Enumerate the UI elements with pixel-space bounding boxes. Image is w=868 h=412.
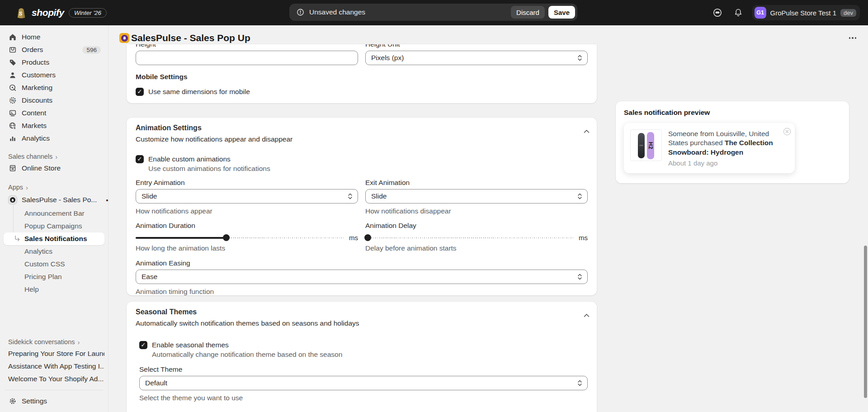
sidebar-item-label: Content [22,109,46,117]
sidebar-item-home[interactable]: Home [4,31,104,43]
products-icon [8,58,17,67]
sidekick-icon [712,8,722,18]
enable-custom-animations-checkbox[interactable] [136,155,144,163]
gear-icon [8,397,17,406]
sidebar-item-label: Customers [22,71,56,79]
sidebar-item-label: SalesPulse - Sales Po... [22,196,97,204]
apps-header[interactable]: Apps› [4,182,104,193]
content-icon [8,109,17,118]
animation-duration-slider[interactable] [136,234,344,242]
seasonal-themes-title: Seasonal Themes [136,308,588,316]
notification-preview: H2 Someone from Louisville, United State… [624,123,795,173]
mobile-settings-label: Mobile Settings [136,73,588,81]
slider-knob[interactable] [364,234,371,241]
sidebar-item-analytics[interactable]: Analytics [4,132,104,145]
discard-button[interactable]: Discard [511,6,545,19]
animation-delay-label: Animation Delay [365,222,588,230]
enable-seasonal-themes-label: Enable seasonal themes [152,341,229,349]
sidebar-item-app-analytics[interactable]: Analytics [4,245,104,258]
marketing-icon [8,83,17,92]
select-theme-select[interactable]: Default [139,376,588,390]
sidebar-item-markets[interactable]: $ Markets [4,119,104,132]
select-chevrons-icon [577,54,582,62]
entry-animation-label: Entry Animation [136,179,358,187]
shopify-logo[interactable]: S shopify Winter '26 [15,6,107,19]
save-button[interactable]: Save [548,6,575,19]
select-chevrons-icon [577,379,582,387]
conversation-item[interactable]: Welcome To Your Shopify Ad... [4,373,104,385]
same-dimensions-checkbox[interactable] [136,88,144,96]
sidebar-item-sales-notifications[interactable]: Sales Notifications [4,232,104,245]
sidebar-item-label: Marketing [22,84,52,92]
nested-arrow-icon [14,235,21,242]
enable-seasonal-themes-checkbox[interactable] [139,341,147,349]
animation-easing-select[interactable]: Ease [136,270,588,284]
sidebar-item-announcement-bar[interactable]: Announcement Bar [4,207,104,220]
contextual-save-bar: Unsaved changes Discard Save [289,4,577,21]
sidebar-item-label: Markets [22,122,47,130]
sidebar-item-help[interactable]: Help [4,283,104,296]
exit-animation-select[interactable]: Slide [365,189,588,204]
enable-custom-animations-label: Enable custom animations [148,155,231,163]
store-menu[interactable]: G1 GroPulse Store Test 1 dev [752,5,860,20]
sidebar-item-discounts[interactable]: % Discounts [4,94,104,107]
animation-delay-slider[interactable] [365,234,574,242]
scrollbar-thumb[interactable] [864,246,867,398]
height-input[interactable] [136,51,358,65]
customers-icon [8,71,17,80]
sidebar-item-marketing[interactable]: Marketing [4,81,104,94]
chevron-right-icon: › [55,153,57,161]
sidebar-item-products[interactable]: Products [4,56,104,69]
sidebar-item-label: Online Store [22,164,61,172]
sidebar-item-salespulse-app[interactable]: SalesPulse - Sales Po... • [4,193,104,207]
store-name: GroPulse Store Test 1 [770,9,836,17]
sidebar-item-custom-css[interactable]: Custom CSS [4,258,104,270]
notifications-button[interactable] [731,6,745,19]
sidebar-item-customers[interactable]: Customers [4,69,104,81]
select-theme-label: Select Theme [139,365,588,374]
exit-animation-label: Exit Animation [365,179,588,187]
sidebar-item-pricing-plan[interactable]: Pricing Plan [4,270,104,283]
preview-title: Sales notification preview [624,109,841,117]
page-header: SalesPulse - Sales Pop Up [119,33,859,43]
slider-knob[interactable] [223,234,230,241]
sidebar-item-popup-campaigns[interactable]: Popup Campaigns [4,220,104,232]
salespulse-app-icon [8,195,17,204]
sales-channels-header[interactable]: Sales channels› [4,151,104,162]
dev-badge: dev [840,9,856,17]
svg-text:S: S [19,10,23,17]
unsaved-changes-status: Unsaved changes [296,8,365,17]
sidebar-item-label: Analytics [22,134,50,142]
select-chevrons-icon [577,273,582,280]
shopify-wordmark: shopify [32,7,64,18]
app-unread-dot: • [106,196,108,204]
animation-easing-help: Animation timing function [136,288,588,296]
more-actions-button[interactable] [846,33,859,43]
release-badge: Winter '26 [69,8,107,18]
sidekick-button[interactable] [711,6,724,19]
seasonal-themes-card: Seasonal Themes Automatically switch not… [127,302,597,412]
sidekick-conversations-header[interactable]: Sidekick conversations› [4,336,104,347]
entry-animation-select[interactable]: Slide [136,189,358,204]
close-icon[interactable] [783,128,791,136]
sidebar-item-label: Discounts [22,96,52,104]
store-avatar: G1 [755,7,766,19]
collapse-section-button[interactable] [584,313,590,317]
collapse-section-button[interactable] [584,129,590,133]
salespulse-page-icon [119,33,129,43]
svg-text:%: % [11,98,14,103]
discounts-icon: % [8,96,17,105]
unsaved-changes-text: Unsaved changes [309,8,365,16]
conversation-item[interactable]: Assistance With App Testing I... [4,360,104,373]
sidebar-item-settings[interactable]: Settings [4,395,104,407]
delay-unit-label: ms [579,234,588,242]
topbar: S shopify Winter '26 Unsaved changes Dis… [0,0,868,25]
height-unit-select[interactable]: Pixels (px) [365,51,588,65]
markets-icon: $ [8,121,17,130]
sidebar-item-orders[interactable]: Orders 596 [4,43,104,56]
conversation-item[interactable]: Preparing Your Store For Launch [4,347,104,360]
sidebar-item-online-store[interactable]: Online Store [4,162,104,175]
shopify-bag-icon: S [15,6,27,19]
sidebar-divider [5,390,104,390]
sidebar-item-content[interactable]: Content [4,107,104,119]
